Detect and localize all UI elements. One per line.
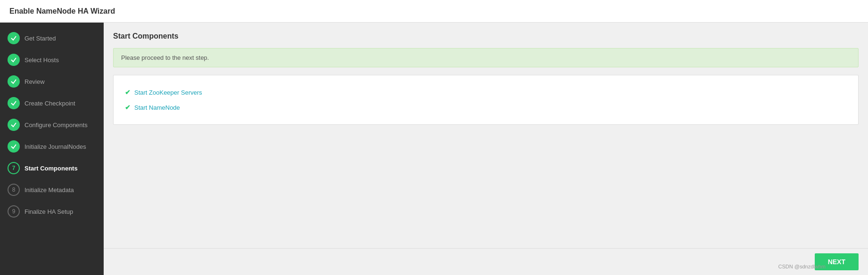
sidebar-item-start-components[interactable]: 7Start Components bbox=[0, 157, 104, 179]
sidebar-item-finalize-ha-setup[interactable]: 9Finalize HA Setup bbox=[0, 201, 104, 222]
sidebar-label-select-hosts: Select Hosts bbox=[25, 57, 59, 64]
sidebar-label-initialize-metadata: Initialize Metadata bbox=[25, 186, 74, 194]
sidebar-item-initialize-journalnodes[interactable]: Initialize JournalNodes bbox=[0, 136, 104, 157]
info-message: Please proceed to the next step. bbox=[121, 54, 209, 61]
checkmark-icon-1: ✔ bbox=[125, 104, 131, 111]
check-item-label-0: Start ZooKeeper Servers bbox=[134, 89, 202, 96]
step-circle-initialize-journalnodes bbox=[8, 140, 20, 153]
sidebar-label-finalize-ha-setup: Finalize HA Setup bbox=[25, 208, 73, 215]
sidebar-item-initialize-metadata[interactable]: 8Initialize Metadata bbox=[0, 179, 104, 201]
step-circle-start-components: 7 bbox=[8, 162, 20, 174]
content-area: Start Components Please proceed to the n… bbox=[104, 23, 868, 275]
sidebar-item-create-checkpoint[interactable]: Create Checkpoint bbox=[0, 92, 104, 114]
sidebar-item-review[interactable]: Review bbox=[0, 71, 104, 92]
step-circle-configure-components bbox=[8, 119, 20, 131]
sidebar-item-get-started[interactable]: Get Started bbox=[0, 27, 104, 49]
watermark: CSDN @sdnzdlwhm bbox=[778, 264, 826, 269]
sidebar-label-get-started: Get Started bbox=[25, 35, 56, 42]
check-item-label-1: Start NameNode bbox=[134, 104, 180, 111]
step-circle-select-hosts bbox=[8, 54, 20, 66]
sidebar: Get StartedSelect HostsReviewCreate Chec… bbox=[0, 23, 104, 275]
step-circle-finalize-ha-setup: 9 bbox=[8, 205, 20, 218]
main-layout: Get StartedSelect HostsReviewCreate Chec… bbox=[0, 23, 868, 275]
app-header: Enable NameNode HA Wizard bbox=[0, 0, 868, 23]
step-circle-get-started bbox=[8, 32, 20, 44]
checkmark-icon-0: ✔ bbox=[125, 89, 131, 96]
sidebar-label-review: Review bbox=[25, 78, 45, 85]
bottom-bar: CSDN @sdnzdlwhm NEXT bbox=[104, 248, 868, 275]
content-title: Start Components bbox=[113, 32, 859, 40]
sidebar-label-create-checkpoint: Create Checkpoint bbox=[25, 100, 75, 107]
wizard-title: Enable NameNode HA Wizard bbox=[9, 7, 115, 16]
sidebar-label-start-components: Start Components bbox=[25, 165, 78, 172]
sidebar-item-select-hosts[interactable]: Select Hosts bbox=[0, 49, 104, 71]
step-circle-create-checkpoint bbox=[8, 97, 20, 109]
step-circle-initialize-metadata: 8 bbox=[8, 184, 20, 196]
sidebar-label-configure-components: Configure Components bbox=[25, 121, 88, 129]
check-item-0[interactable]: ✔Start ZooKeeper Servers bbox=[125, 85, 847, 100]
sidebar-label-initialize-journalnodes: Initialize JournalNodes bbox=[25, 143, 86, 150]
info-box: Please proceed to the next step. bbox=[113, 48, 859, 67]
sidebar-item-configure-components[interactable]: Configure Components bbox=[0, 114, 104, 136]
step-circle-review bbox=[8, 75, 20, 88]
items-panel: ✔Start ZooKeeper Servers✔Start NameNode bbox=[113, 75, 859, 125]
check-item-1[interactable]: ✔Start NameNode bbox=[125, 100, 847, 115]
